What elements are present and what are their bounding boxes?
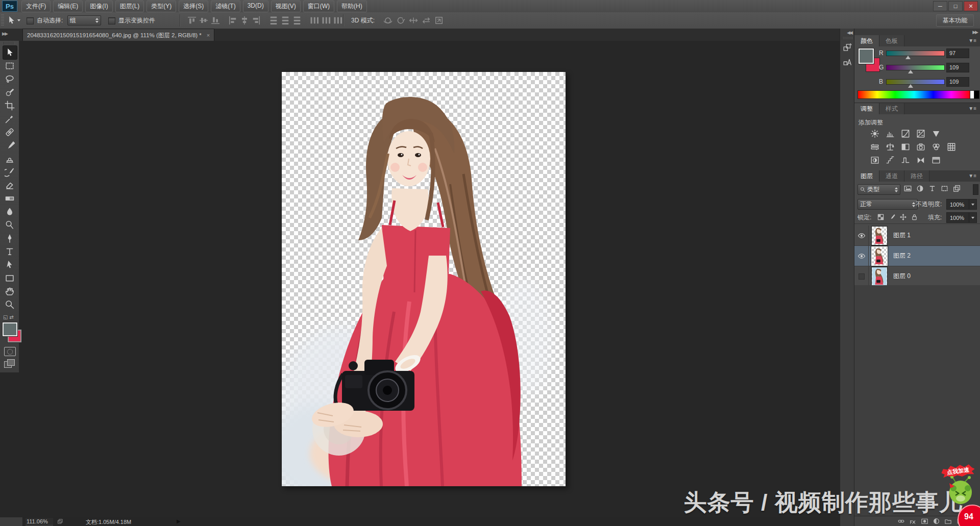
menu-图层(L)[interactable]: 图层(L) bbox=[115, 1, 144, 12]
blur-tool[interactable] bbox=[3, 205, 17, 218]
move-tool-preset-icon[interactable] bbox=[6, 15, 16, 26]
slide-3d-icon[interactable] bbox=[421, 15, 431, 26]
panel-foreground-swatch[interactable] bbox=[859, 48, 874, 64]
path-select-tool[interactable] bbox=[3, 258, 17, 271]
align-center-icon[interactable] bbox=[239, 15, 250, 26]
align-right-icon[interactable] bbox=[251, 15, 261, 26]
align-bottom-icon[interactable] bbox=[210, 15, 220, 26]
layers-tab-图层[interactable]: 图层 bbox=[854, 170, 879, 182]
promo-count-circle[interactable]: 94 bbox=[958, 505, 980, 526]
menu-视图(V)[interactable]: 视图(V) bbox=[271, 1, 301, 12]
brush-tool[interactable] bbox=[3, 139, 17, 152]
shape-filter-icon[interactable] bbox=[940, 184, 949, 193]
lasso-tool[interactable] bbox=[3, 72, 17, 86]
scale-3d-icon[interactable] bbox=[434, 15, 444, 26]
opacity-dropdown-icon[interactable] bbox=[969, 199, 976, 209]
adjustments-tab-调整[interactable]: 调整 bbox=[854, 103, 879, 114]
dist-right-icon[interactable] bbox=[333, 15, 343, 26]
levels-icon[interactable] bbox=[885, 129, 895, 139]
opacity-field[interactable]: 100% bbox=[946, 199, 977, 210]
promo-badge[interactable]: 点我加速 94 bbox=[929, 465, 980, 526]
layer-row-图层 0[interactable]: 图层 0 bbox=[854, 266, 980, 287]
zoom-tool[interactable] bbox=[3, 298, 17, 311]
curves-icon[interactable] bbox=[900, 129, 911, 139]
dist-top-icon[interactable] bbox=[268, 15, 279, 26]
align-top-icon[interactable] bbox=[187, 15, 197, 26]
menu-编辑(E)[interactable]: 编辑(E) bbox=[53, 1, 83, 12]
panel-dock-collapse-icon[interactable]: ▶▶ bbox=[972, 30, 977, 35]
layer-visibility-图层 2[interactable] bbox=[854, 246, 869, 266]
auto-select-checkbox[interactable] bbox=[27, 17, 34, 24]
eyedropper-tool[interactable] bbox=[3, 112, 17, 126]
channel-value-B[interactable]: 109 bbox=[946, 77, 969, 87]
hand-tool[interactable] bbox=[3, 285, 17, 298]
foreground-color-swatch[interactable] bbox=[3, 322, 17, 336]
healing-tool[interactable] bbox=[3, 126, 17, 139]
smart-filter-icon[interactable] bbox=[952, 184, 961, 193]
threshold-icon[interactable] bbox=[900, 155, 911, 165]
document-tab[interactable]: 2048331620150915191654080_640.jpg @ 111%… bbox=[22, 29, 214, 41]
color-panel-menu-icon[interactable]: ▼≡ bbox=[968, 35, 980, 46]
status-flyout-arrow-icon[interactable]: ▶ bbox=[177, 518, 181, 524]
menu-3D(D)[interactable]: 3D(D) bbox=[243, 1, 268, 12]
close-button[interactable]: ✕ bbox=[964, 1, 978, 11]
layer-filter-switch[interactable] bbox=[973, 184, 978, 195]
document-tab-close-icon[interactable]: × bbox=[207, 32, 210, 38]
color-tab-色板[interactable]: 色板 bbox=[879, 35, 904, 46]
lock-transparency-icon[interactable] bbox=[877, 213, 885, 221]
channel-slider-B[interactable] bbox=[886, 79, 945, 85]
color-tab-颜色[interactable]: 颜色 bbox=[854, 35, 879, 46]
photo-filter-icon[interactable] bbox=[916, 142, 926, 152]
color-lookup-icon[interactable] bbox=[946, 142, 957, 152]
pan-3d-icon[interactable] bbox=[408, 15, 419, 26]
layers-tab-通道[interactable]: 通道 bbox=[879, 170, 904, 182]
layer-row-图层 1[interactable]: 图层 1 bbox=[854, 226, 980, 246]
color-ramp[interactable] bbox=[857, 90, 971, 99]
lock-pixels-icon[interactable] bbox=[888, 213, 896, 221]
zoom-level-field[interactable]: 111.06% bbox=[26, 518, 53, 525]
dist-hcenter-icon[interactable] bbox=[321, 15, 331, 26]
layer-style-icon[interactable] bbox=[909, 517, 917, 525]
orbit-3d-icon[interactable] bbox=[383, 15, 393, 26]
history-brush-tool[interactable] bbox=[3, 165, 17, 179]
pen-tool[interactable] bbox=[3, 232, 17, 245]
black-white-icon[interactable] bbox=[900, 142, 911, 152]
status-options-icon[interactable] bbox=[57, 518, 64, 524]
lock-position-icon[interactable] bbox=[899, 213, 907, 221]
crop-tool[interactable] bbox=[3, 99, 17, 112]
quick-select-tool[interactable] bbox=[3, 86, 17, 99]
adjustments-panel-menu-icon[interactable]: ▼≡ bbox=[968, 103, 980, 114]
layer-filter-type-dropdown[interactable]: 类型 bbox=[857, 184, 900, 195]
workspace-switcher-button[interactable]: 基本功能 bbox=[936, 14, 974, 27]
layers-tab-路径[interactable]: 路径 bbox=[904, 170, 929, 182]
fill-dropdown-icon[interactable] bbox=[969, 213, 976, 222]
channel-slider-R[interactable] bbox=[886, 51, 945, 56]
clone-stamp-tool[interactable] bbox=[3, 152, 17, 165]
channel-slider-thumb-G[interactable] bbox=[908, 70, 913, 73]
color-balance-icon[interactable] bbox=[885, 142, 895, 152]
maximize-button[interactable]: □ bbox=[948, 1, 963, 11]
auto-select-dropdown[interactable]: 组 bbox=[67, 15, 101, 26]
align-left-icon[interactable] bbox=[228, 15, 238, 26]
dist-bottom-icon[interactable] bbox=[292, 15, 302, 26]
adjustment-filter-icon[interactable] bbox=[916, 184, 924, 193]
color-ramp-black[interactable] bbox=[974, 90, 979, 99]
pixel-filter-icon[interactable] bbox=[903, 184, 912, 193]
dodge-tool[interactable] bbox=[3, 218, 17, 232]
layer-row-图层 2[interactable]: 图层 2 bbox=[854, 246, 980, 266]
posterize-icon[interactable] bbox=[885, 155, 895, 165]
channel-slider-thumb-R[interactable] bbox=[905, 56, 911, 59]
channel-mixer-icon[interactable] bbox=[931, 142, 941, 152]
dist-left-icon[interactable] bbox=[309, 15, 320, 26]
gradient-tool[interactable] bbox=[3, 192, 17, 205]
menu-图像(I)[interactable]: 图像(I) bbox=[85, 1, 112, 12]
tool-preset-dropdown-icon[interactable] bbox=[17, 19, 20, 21]
marquee-tool[interactable] bbox=[3, 59, 17, 72]
menu-文件(F)[interactable]: 文件(F) bbox=[21, 1, 51, 12]
selective-color-icon[interactable] bbox=[931, 155, 941, 165]
channel-value-R[interactable]: 97 bbox=[946, 48, 969, 58]
align-middle-icon[interactable] bbox=[199, 15, 209, 26]
layer-thumbnail-图层 1[interactable] bbox=[872, 227, 887, 245]
shape-tool[interactable] bbox=[3, 271, 17, 285]
menu-滤镜(T)[interactable]: 滤镜(T) bbox=[211, 1, 240, 12]
